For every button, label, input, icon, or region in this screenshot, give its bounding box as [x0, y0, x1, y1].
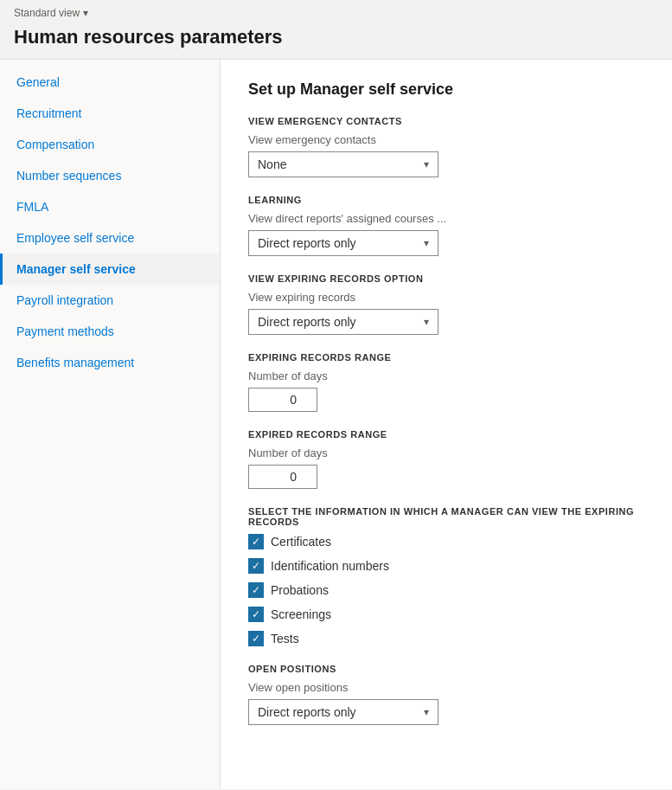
view-emergency-contacts-label: VIEW EMERGENCY CONTACTS	[248, 116, 644, 126]
open-positions-group: OPEN POSITIONS View open positions Direc…	[248, 664, 644, 725]
view-expiring-records-sublabel: View expiring records	[248, 291, 644, 304]
content-section-title: Set up Manager self service	[248, 80, 644, 99]
view-emergency-contacts-value: None	[258, 157, 286, 171]
sidebar-item-recruitment[interactable]: Recruitment	[0, 98, 220, 129]
view-emergency-contacts-dropdown[interactable]: None ▾	[248, 151, 438, 177]
view-emergency-contacts-sublabel: View emergency contacts	[248, 133, 644, 146]
expiring-records-range-input[interactable]	[248, 388, 317, 412]
chevron-down-icon: ▾	[424, 706, 429, 718]
open-positions-dropdown[interactable]: Direct reports only ▾	[248, 699, 438, 725]
standard-view-label: Standard view	[14, 7, 80, 19]
checkbox-item-certificates[interactable]: ✓Certificates	[248, 534, 644, 549]
checkbox-box-tests: ✓	[248, 631, 264, 646]
sidebar-item-payment-methods[interactable]: Payment methods	[0, 316, 220, 347]
sidebar-item-manager-self-service[interactable]: Manager self service	[0, 254, 220, 285]
expired-records-range-sublabel: Number of days	[248, 446, 644, 459]
top-bar: Standard view ▾ Human resources paramete…	[0, 0, 672, 60]
main-layout: GeneralRecruitmentCompensationNumber seq…	[0, 60, 672, 789]
checkmark-icon: ✓	[252, 536, 260, 547]
checkbox-item-identification-numbers[interactable]: ✓Identification numbers	[248, 558, 644, 574]
view-expiring-records-label: VIEW EXPIRING RECORDS OPTION	[248, 273, 644, 284]
checkbox-group: ✓Certificates✓Identification numbers✓Pro…	[248, 534, 644, 646]
sidebar-item-fmla[interactable]: FMLA	[0, 191, 220, 222]
expired-records-range-group: EXPIRED RECORDS RANGE Number of days	[248, 429, 644, 489]
standard-view-chevron: ▾	[83, 7, 88, 19]
checkmark-icon: ✓	[252, 609, 260, 620]
expiring-records-range-group: EXPIRING RECORDS RANGE Number of days	[248, 352, 644, 412]
sidebar-item-benefits-management[interactable]: Benefits management	[0, 347, 220, 378]
sidebar-item-compensation[interactable]: Compensation	[0, 129, 220, 160]
view-expiring-records-dropdown[interactable]: Direct reports only ▾	[248, 309, 438, 335]
checkbox-label-certificates: Certificates	[271, 535, 331, 549]
chevron-down-icon: ▾	[424, 316, 429, 328]
checkbox-label-identification-numbers: Identification numbers	[271, 559, 389, 573]
chevron-down-icon: ▾	[424, 158, 429, 170]
checkbox-label-screenings: Screenings	[271, 607, 331, 621]
learning-value: Direct reports only	[258, 236, 356, 250]
checkmark-icon: ✓	[252, 633, 260, 644]
checkbox-label-probations: Probations	[271, 583, 329, 597]
sidebar-item-number-sequences[interactable]: Number sequences	[0, 160, 220, 191]
learning-sublabel: View direct reports' assigned courses ..…	[248, 212, 644, 225]
sidebar-item-general[interactable]: General	[0, 67, 220, 98]
checkbox-item-screenings[interactable]: ✓Screenings	[248, 607, 644, 622]
chevron-down-icon: ▾	[424, 237, 429, 249]
checkbox-box-identification-numbers: ✓	[248, 558, 264, 574]
select-information-label: SELECT THE INFORMATION IN WHICH A MANAGE…	[248, 506, 644, 527]
learning-label: LEARNING	[248, 195, 644, 205]
sidebar: GeneralRecruitmentCompensationNumber seq…	[0, 60, 221, 789]
standard-view-toggle[interactable]: Standard view ▾	[14, 7, 658, 19]
checkbox-item-probations[interactable]: ✓Probations	[248, 582, 644, 598]
checkmark-icon: ✓	[252, 561, 260, 571]
view-expiring-records-group: VIEW EXPIRING RECORDS OPTION View expiri…	[248, 273, 644, 335]
sidebar-item-employee-self-service[interactable]: Employee self service	[0, 222, 220, 254]
learning-dropdown[interactable]: Direct reports only ▾	[248, 230, 438, 256]
open-positions-value: Direct reports only	[258, 705, 356, 719]
select-information-group: SELECT THE INFORMATION IN WHICH A MANAGE…	[248, 506, 644, 646]
checkbox-item-tests[interactable]: ✓Tests	[248, 631, 644, 646]
checkmark-icon: ✓	[252, 585, 260, 595]
sidebar-item-payroll-integration[interactable]: Payroll integration	[0, 285, 220, 316]
checkbox-box-screenings: ✓	[248, 607, 264, 622]
view-emergency-contacts-group: VIEW EMERGENCY CONTACTS View emergency c…	[248, 116, 644, 177]
view-expiring-records-value: Direct reports only	[258, 315, 356, 329]
expired-records-range-label: EXPIRED RECORDS RANGE	[248, 429, 644, 440]
learning-group: LEARNING View direct reports' assigned c…	[248, 195, 644, 256]
open-positions-label: OPEN POSITIONS	[248, 664, 644, 674]
expiring-records-range-label: EXPIRING RECORDS RANGE	[248, 352, 644, 363]
checkbox-box-certificates: ✓	[248, 534, 264, 549]
checkbox-label-tests: Tests	[271, 632, 299, 645]
expiring-records-range-sublabel: Number of days	[248, 369, 644, 382]
page-title: Human resources parameters	[14, 22, 658, 55]
checkbox-box-probations: ✓	[248, 582, 264, 598]
open-positions-sublabel: View open positions	[248, 681, 644, 694]
expired-records-range-input[interactable]	[248, 465, 317, 489]
content-area: Set up Manager self service VIEW EMERGEN…	[221, 60, 672, 789]
